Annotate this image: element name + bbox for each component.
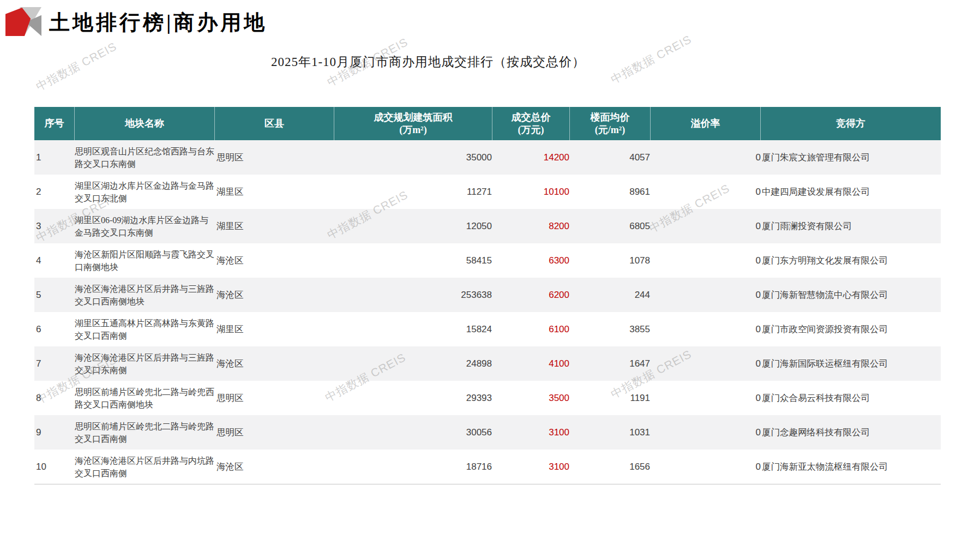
plot-name-cell: 湖里区五通高林片区高林路与东黄路交叉口西南侧 <box>75 312 215 346</box>
planned-area-cell: 24898 <box>334 346 492 381</box>
premium-rate-cell: 0 <box>651 243 761 278</box>
district-cell: 思明区 <box>215 140 334 175</box>
total-price-cell: 10100 <box>492 175 570 209</box>
plot-name-cell: 思明区观音山片区纪念馆西路与台东路交叉口东南侧 <box>75 140 215 175</box>
premium-rate-cell: 0 <box>651 312 761 346</box>
table-body: 1 思明区观音山片区纪念馆西路与台东路交叉口东南侧 思明区 35000 1420… <box>34 140 941 484</box>
rank-cell: 6 <box>34 312 75 346</box>
floor-price-cell: 4057 <box>570 140 651 175</box>
premium-rate-cell: 0 <box>651 415 761 450</box>
premium-rate-cell: 0 <box>651 346 761 381</box>
rank-cell: 8 <box>34 381 75 415</box>
winner-cell: 厦门海新智慧物流中心有限公司 <box>761 278 941 312</box>
planned-area-cell: 58415 <box>334 243 492 278</box>
total-price-cell: 6100 <box>492 312 570 346</box>
rank-cell: 4 <box>34 243 75 278</box>
table-row: 7 海沧区海沧港区片区后井路与三旌路交叉口东南侧 海沧区 24898 4100 … <box>34 346 941 381</box>
rank-cell: 5 <box>34 278 75 312</box>
winner-cell: 中建四局建设发展有限公司 <box>761 175 941 209</box>
ranking-table: 序号 地块名称 区县 成交规划建筑面积 (万m²) 成交总价 (万元) 楼面均价… <box>34 107 941 484</box>
premium-rate-cell: 0 <box>651 381 761 415</box>
district-cell: 湖里区 <box>215 209 334 243</box>
winner-cell: 厦门朱宸文旅管理有限公司 <box>761 140 941 175</box>
table-row: 4 海沧区新阳片区阳顺路与霞飞路交叉口南侧地块 海沧区 58415 6300 1… <box>34 243 941 278</box>
rank-cell: 10 <box>34 450 75 484</box>
table-row: 6 湖里区五通高林片区高林路与东黄路交叉口西南侧 湖里区 15824 6100 … <box>34 312 941 346</box>
planned-area-cell: 35000 <box>334 140 492 175</box>
district-cell: 海沧区 <box>215 450 334 484</box>
rank-cell: 1 <box>34 140 75 175</box>
table-row: 5 海沧区海沧港区片区后井路与三旌路交叉口西南侧地块 海沧区 253638 62… <box>34 278 941 312</box>
total-price-cell: 4100 <box>492 346 570 381</box>
table-row: 10 海沧区海沧港区片区后井路与内坑路交叉口西南侧 海沧区 18716 3100… <box>34 450 941 484</box>
plot-name-cell: 海沧区海沧港区片区后井路与三旌路交叉口东南侧 <box>75 346 215 381</box>
plot-name-cell: 湖里区湖边水库片区金边路与金马路交叉口东北侧 <box>75 175 215 209</box>
rank-cell: 9 <box>34 415 75 450</box>
winner-cell: 厦门念趣网络科技有限公司 <box>761 415 941 450</box>
planned-area-cell: 15824 <box>334 312 492 346</box>
total-price-cell: 6200 <box>492 278 570 312</box>
planned-area-cell: 18716 <box>334 450 492 484</box>
rank-cell: 2 <box>34 175 75 209</box>
header-plot-name: 地块名称 <box>75 107 215 140</box>
report-page: 土地排行榜|商办用地 2025年1-10月厦门市商办用地成交排行（按成交总价） … <box>0 0 980 551</box>
total-price-cell: 8200 <box>492 209 570 243</box>
plot-name-cell: 海沧区海沧港区片区后井路与内坑路交叉口西南侧 <box>75 450 215 484</box>
premium-rate-cell: 0 <box>651 209 761 243</box>
floor-price-cell: 244 <box>570 278 651 312</box>
table-header-row: 序号 地块名称 区县 成交规划建筑面积 (万m²) 成交总价 (万元) 楼面均价… <box>34 107 941 140</box>
premium-rate-cell: 0 <box>651 278 761 312</box>
floor-price-cell: 1078 <box>570 243 651 278</box>
winner-cell: 厦门东方明翔文化发展有限公司 <box>761 243 941 278</box>
total-price-cell: 14200 <box>492 140 570 175</box>
floor-price-cell: 1647 <box>570 346 651 381</box>
premium-rate-cell: 0 <box>651 140 761 175</box>
creis-logo <box>5 7 41 36</box>
planned-area-cell: 30056 <box>334 415 492 450</box>
header-total-price: 成交总价 (万元) <box>492 107 570 140</box>
total-price-cell: 6300 <box>492 243 570 278</box>
plot-name-cell: 思明区前埔片区岭兜北二路与岭兜路交叉口西南侧 <box>75 415 215 450</box>
total-price-cell: 3500 <box>492 381 570 415</box>
floor-price-cell: 8961 <box>570 175 651 209</box>
plot-name-cell: 海沧区海沧港区片区后井路与三旌路交叉口西南侧地块 <box>75 278 215 312</box>
table-row: 1 思明区观音山片区纪念馆西路与台东路交叉口东南侧 思明区 35000 1420… <box>34 140 941 175</box>
planned-area-cell: 253638 <box>334 278 492 312</box>
district-cell: 思明区 <box>215 415 334 450</box>
rank-cell: 3 <box>34 209 75 243</box>
plot-name-cell: 湖里区06-09湖边水库片区金边路与金马路交叉口东南侧 <box>75 209 215 243</box>
table-row: 8 思明区前埔片区岭兜北二路与岭兜西路交叉口西南侧地块 思明区 29393 35… <box>34 381 941 415</box>
floor-price-cell: 1191 <box>570 381 651 415</box>
planned-area-cell: 11271 <box>334 175 492 209</box>
header-rank: 序号 <box>34 107 75 140</box>
rank-cell: 7 <box>34 346 75 381</box>
header-district: 区县 <box>215 107 334 140</box>
plot-name-cell: 思明区前埔片区岭兜北二路与岭兜西路交叉口西南侧地块 <box>75 381 215 415</box>
district-cell: 湖里区 <box>215 175 334 209</box>
winner-cell: 厦门众合易云科技有限公司 <box>761 381 941 415</box>
floor-price-cell: 3855 <box>570 312 651 346</box>
total-price-cell: 3100 <box>492 450 570 484</box>
district-cell: 海沧区 <box>215 243 334 278</box>
district-cell: 湖里区 <box>215 312 334 346</box>
page-title: 土地排行榜|商办用地 <box>49 9 267 37</box>
planned-area-cell: 12050 <box>334 209 492 243</box>
premium-rate-cell: 0 <box>651 175 761 209</box>
header-premium-rate: 溢价率 <box>651 107 761 140</box>
header-winner: 竞得方 <box>761 107 941 140</box>
table-subtitle: 2025年1-10月厦门市商办用地成交排行（按成交总价） <box>34 53 822 70</box>
winner-cell: 厦门海新国际联运枢纽有限公司 <box>761 346 941 381</box>
premium-rate-cell: 0 <box>651 450 761 484</box>
header-planned-area: 成交规划建筑面积 (万m²) <box>334 107 492 140</box>
district-cell: 海沧区 <box>215 278 334 312</box>
header-floor-price: 楼面均价 (元/m²) <box>570 107 651 140</box>
floor-price-cell: 6805 <box>570 209 651 243</box>
plot-name-cell: 海沧区新阳片区阳顺路与霞飞路交叉口南侧地块 <box>75 243 215 278</box>
floor-price-cell: 1031 <box>570 415 651 450</box>
district-cell: 海沧区 <box>215 346 334 381</box>
winner-cell: 厦门市政空间资源投资有限公司 <box>761 312 941 346</box>
total-price-cell: 3100 <box>492 415 570 450</box>
table-row: 2 湖里区湖边水库片区金边路与金马路交叉口东北侧 湖里区 11271 10100… <box>34 175 941 209</box>
table-row: 3 湖里区06-09湖边水库片区金边路与金马路交叉口东南侧 湖里区 12050 … <box>34 209 941 243</box>
table-row: 9 思明区前埔片区岭兜北二路与岭兜路交叉口西南侧 思明区 30056 3100 … <box>34 415 941 450</box>
